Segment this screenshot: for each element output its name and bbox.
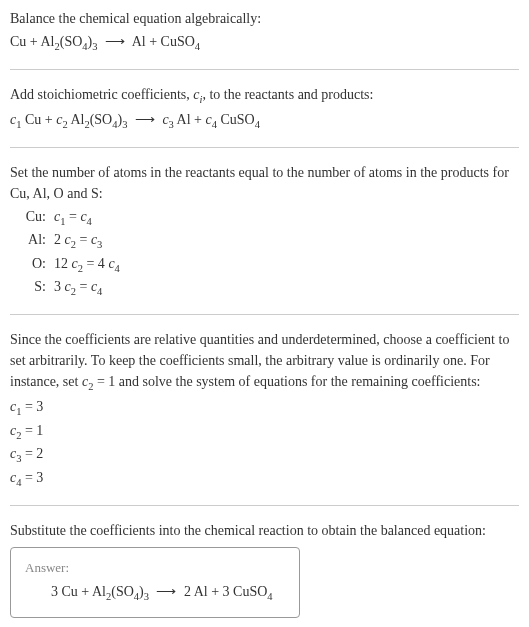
intro-text: Balance the chemical equation algebraica… [10, 8, 519, 29]
atom-balance-text: Set the number of atoms in the reactants… [10, 162, 519, 204]
section-atom-balance: Set the number of atoms in the reactants… [10, 162, 519, 315]
atom-balance-table: Cu: c1 = c4 Al: 2 c2 = c3 O: 12 c2 = 4 c… [24, 206, 519, 300]
section-balance-intro: Balance the chemical equation algebraica… [10, 8, 519, 70]
atom-label: S: [24, 276, 54, 297]
atom-row: Al: 2 c2 = c3 [24, 229, 519, 253]
coeff-value: c3 = 2 [10, 443, 519, 467]
atom-eq: 2 c2 = c3 [54, 229, 102, 253]
coeff-equation: c1 Cu + c2 Al2(SO4)3 ⟶ c3 Al + c4 CuSO4 [10, 109, 519, 133]
unbalanced-equation: Cu + Al2(SO4)3 ⟶ Al + CuSO4 [10, 31, 519, 55]
coeff-value: c2 = 1 [10, 420, 519, 444]
solve-text: Since the coefficients are relative quan… [10, 329, 519, 395]
atom-label: Cu: [24, 206, 54, 227]
atom-label: O: [24, 253, 54, 274]
atom-label: Al: [24, 229, 54, 250]
coeff-solution-list: c1 = 3 c2 = 1 c3 = 2 c4 = 3 [10, 396, 519, 490]
answer-label: Answer: [25, 558, 285, 578]
atom-row: O: 12 c2 = 4 c4 [24, 253, 519, 277]
atom-row: S: 3 c2 = c4 [24, 276, 519, 300]
atom-eq: 12 c2 = 4 c4 [54, 253, 120, 277]
coeff-value: c4 = 3 [10, 467, 519, 491]
atom-eq: 3 c2 = c4 [54, 276, 102, 300]
answer-box: Answer: 3 Cu + Al2(SO4)3 ⟶ 2 Al + 3 CuSO… [10, 547, 300, 618]
section-add-coefficients: Add stoichiometric coefficients, ci, to … [10, 84, 519, 148]
section-answer: Substitute the coefficients into the che… [10, 520, 519, 627]
atom-eq: c1 = c4 [54, 206, 92, 230]
section-solve: Since the coefficients are relative quan… [10, 329, 519, 506]
coeff-intro-text: Add stoichiometric coefficients, ci, to … [10, 84, 519, 108]
atom-row: Cu: c1 = c4 [24, 206, 519, 230]
coeff-value: c1 = 3 [10, 396, 519, 420]
balanced-equation: 3 Cu + Al2(SO4)3 ⟶ 2 Al + 3 CuSO4 [25, 581, 285, 605]
substitute-text: Substitute the coefficients into the che… [10, 520, 519, 541]
